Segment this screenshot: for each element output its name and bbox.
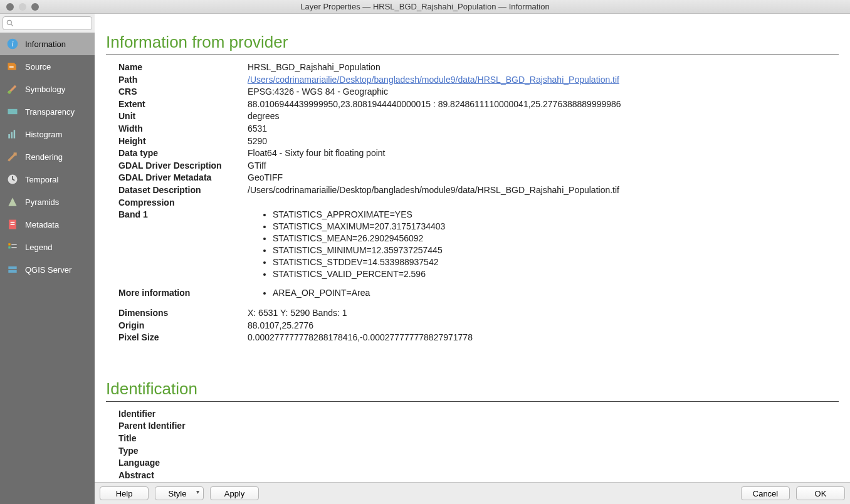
more-info-item: AREA_OR_POINT=Area xyxy=(273,287,839,299)
label-pixel-size: Pixel Size xyxy=(118,332,248,344)
source-icon xyxy=(6,60,19,73)
label-data-type: Data type xyxy=(118,147,248,160)
sidebar-item-rendering[interactable]: Rendering xyxy=(0,145,95,168)
label-extent: Extent xyxy=(118,98,248,111)
value-dimensions: X: 6531 Y: 5290 Bands: 1 xyxy=(248,307,839,320)
value-path-link[interactable]: /Users/codrinamariailie/Desktop/banglade… xyxy=(248,75,619,85)
value-dataset-desc: /Users/codrinamariailie/Desktop/banglade… xyxy=(248,184,839,197)
sidebar-item-transparency[interactable]: Transparency xyxy=(0,100,95,123)
section-title-provider: Information from provider xyxy=(106,33,839,52)
dialog-footer: Help Style Apply Cancel OK xyxy=(95,482,850,504)
legend-icon xyxy=(6,241,19,253)
pyramids-icon xyxy=(6,196,19,208)
svg-rect-4 xyxy=(8,109,18,114)
provider-block: NameHRSL_BGD_Rajshahi_Population Path/Us… xyxy=(106,61,839,344)
sidebar-item-metadata[interactable]: Metadata xyxy=(0,213,95,236)
label-origin: Origin xyxy=(118,320,248,332)
sidebar-item-information[interactable]: iInformation xyxy=(0,33,95,55)
apply-button[interactable]: Apply xyxy=(210,486,259,500)
search-input[interactable] xyxy=(3,16,92,30)
label-categories: Categories xyxy=(118,481,248,482)
svg-rect-2 xyxy=(9,66,14,68)
sidebar-item-pyramids[interactable]: Pyramids xyxy=(0,191,95,213)
transparency-icon xyxy=(6,105,19,118)
svg-text:i: i xyxy=(11,40,13,48)
search-wrap xyxy=(0,14,95,33)
svg-rect-8 xyxy=(14,130,16,138)
sidebar-item-source[interactable]: Source xyxy=(0,55,95,78)
label-gdal-driver-meta: GDAL Driver Metadata xyxy=(118,172,248,184)
svg-rect-18 xyxy=(8,266,16,269)
band-stat-item: STATISTICS_VALID_PERCENT=2.596 xyxy=(273,268,839,280)
sidebar-item-qgis-server[interactable]: QGIS Server xyxy=(0,258,95,281)
rendering-icon xyxy=(6,150,19,163)
svg-rect-12 xyxy=(11,222,15,223)
value-pixel-size: 0.000277777778288178416,-0.0002777777788… xyxy=(248,332,839,344)
sidebar-item-temporal[interactable]: Temporal xyxy=(0,168,95,191)
value-unit: degrees xyxy=(248,110,839,123)
value-name: HRSL_BGD_Rajshahi_Population xyxy=(248,61,839,74)
value-gdal-driver-meta: GeoTIFF xyxy=(248,172,839,184)
svg-rect-16 xyxy=(11,244,16,245)
close-window-icon[interactable] xyxy=(6,3,14,11)
temporal-icon xyxy=(6,173,19,186)
sidebar-item-label: Pyramids xyxy=(25,197,59,207)
value-height: 5290 xyxy=(248,135,839,148)
identification-block: Identifier Parent Identifier Title Type … xyxy=(106,408,839,482)
svg-rect-19 xyxy=(8,270,16,273)
sidebar-item-label: Symbology xyxy=(25,85,65,94)
histogram-icon xyxy=(6,128,19,140)
label-identifier: Identifier xyxy=(118,408,248,421)
sidebar-item-legend[interactable]: Legend xyxy=(0,236,95,258)
window-controls xyxy=(0,3,39,11)
label-title: Title xyxy=(118,433,248,445)
label-dataset-desc: Dataset Description xyxy=(118,184,248,197)
band-stat-item: STATISTICS_APPROXIMATE=YES xyxy=(273,209,839,221)
value-extent: 88.0106944439999950,23.8081944440000015 … xyxy=(248,98,839,111)
more-info-list: AREA_OR_POINT=Area xyxy=(273,287,839,299)
svg-rect-14 xyxy=(8,243,10,245)
value-width: 6531 xyxy=(248,123,839,135)
label-crs: CRS xyxy=(118,86,248,98)
svg-rect-6 xyxy=(8,134,10,139)
sidebar-item-label: Transparency xyxy=(25,107,75,117)
titlebar: Layer Properties — HRSL_BGD_Rajshahi_Pop… xyxy=(0,0,850,14)
label-height: Height xyxy=(118,135,248,148)
sidebar-item-label: Temporal xyxy=(25,175,58,184)
value-data-type: Float64 - Sixty four bit floating point xyxy=(248,147,839,160)
label-language: Language xyxy=(118,457,248,470)
sidebar-item-label: Information xyxy=(25,39,66,49)
svg-rect-9 xyxy=(14,152,17,155)
ok-button[interactable]: OK xyxy=(796,486,845,500)
divider xyxy=(106,401,839,402)
sidebar-item-label: Histogram xyxy=(25,130,62,139)
minimize-window-icon[interactable] xyxy=(19,3,26,11)
scroll-area[interactable]: Information from provider NameHRSL_BGD_R… xyxy=(95,14,850,482)
help-button[interactable]: Help xyxy=(100,486,149,500)
band-stat-item: STATISTICS_MINIMUM=12.359737257445 xyxy=(273,244,839,256)
svg-rect-15 xyxy=(8,246,10,248)
style-button[interactable]: Style xyxy=(155,486,204,500)
cancel-button[interactable]: Cancel xyxy=(741,486,790,500)
label-width: Width xyxy=(118,123,248,135)
sidebar-item-symbology[interactable]: Symbology xyxy=(0,78,95,100)
label-name: Name xyxy=(118,61,248,74)
svg-point-3 xyxy=(8,91,11,94)
zoom-window-icon[interactable] xyxy=(31,3,39,11)
value-origin: 88.0107,25.2776 xyxy=(248,320,839,332)
label-unit: Unit xyxy=(118,110,248,123)
sidebar-item-label: Metadata xyxy=(25,220,59,229)
sidebar-item-label: QGIS Server xyxy=(25,265,71,275)
band1-stats-list: STATISTICS_APPROXIMATE=YESSTATISTICS_MAX… xyxy=(273,209,839,280)
server-icon xyxy=(6,263,19,276)
info-icon: i xyxy=(6,38,19,50)
label-type: Type xyxy=(118,445,248,458)
metadata-icon xyxy=(6,218,19,231)
divider xyxy=(106,55,839,55)
sidebar-item-histogram[interactable]: Histogram xyxy=(0,123,95,145)
window-title: Layer Properties — HRSL_BGD_Rajshahi_Pop… xyxy=(0,2,850,11)
label-dimensions: Dimensions xyxy=(118,307,248,320)
window-body: iInformationSourceSymbologyTransparencyH… xyxy=(0,14,850,504)
sidebar-item-label: Legend xyxy=(25,243,52,252)
label-abstract: Abstract xyxy=(118,470,248,482)
